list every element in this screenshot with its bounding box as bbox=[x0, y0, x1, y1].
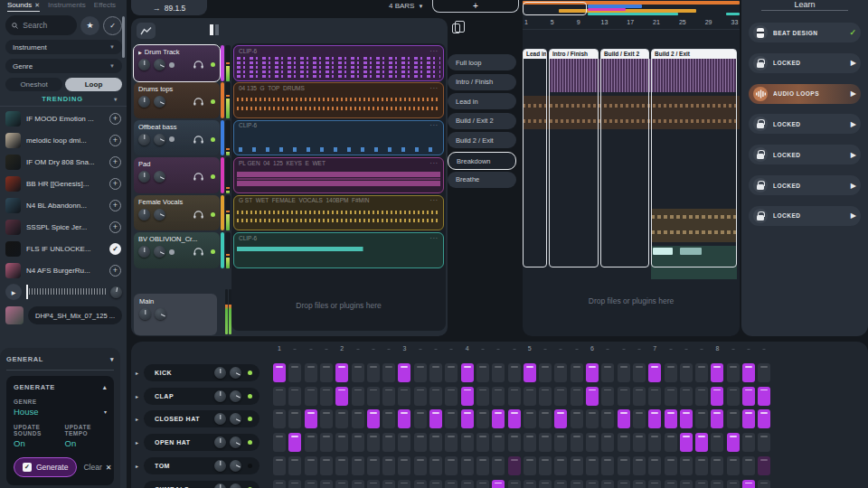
step-cell[interactable] bbox=[382, 480, 395, 488]
step-cell[interactable] bbox=[414, 456, 427, 475]
step-cell[interactable] bbox=[382, 456, 395, 475]
step-cell[interactable] bbox=[680, 363, 693, 382]
pan-knob[interactable] bbox=[230, 367, 241, 379]
pan-knob[interactable] bbox=[154, 134, 165, 145]
list-item[interactable]: N4 AFS BurgerRu...+ bbox=[4, 259, 123, 281]
step-cell[interactable] bbox=[461, 480, 474, 488]
list-item[interactable]: FLS IF UNLOCKE...✓ bbox=[4, 238, 123, 259]
step-cell[interactable] bbox=[273, 363, 286, 382]
view-toggle-icon[interactable] bbox=[210, 24, 219, 35]
step-cell[interactable] bbox=[367, 433, 380, 452]
step-cell[interactable] bbox=[414, 409, 427, 428]
step-cell[interactable] bbox=[429, 409, 442, 428]
generate-button[interactable]: ✓Generate bbox=[14, 457, 77, 477]
step-cell[interactable] bbox=[633, 409, 646, 428]
pan-knob[interactable] bbox=[230, 390, 241, 402]
step-cell[interactable] bbox=[320, 480, 333, 488]
clip[interactable]: 04 135_G_TOP_DRUMS··· bbox=[233, 82, 444, 118]
track-card[interactable]: Female Vocals bbox=[134, 195, 220, 231]
step-cell[interactable] bbox=[539, 433, 552, 452]
step-cell[interactable] bbox=[320, 363, 333, 382]
scrollbar[interactable] bbox=[122, 16, 125, 58]
expand-row-icon[interactable]: ▸ bbox=[136, 370, 138, 376]
track-card[interactable]: BV OBLIVION_Cr... bbox=[134, 232, 220, 268]
clip-menu-icon[interactable]: ··· bbox=[430, 235, 439, 241]
learn-item-locked[interactable]: LOCKED▶ bbox=[749, 53, 861, 73]
step-cell[interactable] bbox=[742, 387, 755, 406]
add-sound-button[interactable]: + bbox=[109, 135, 121, 146]
step-cell[interactable] bbox=[414, 480, 427, 488]
step-cell[interactable] bbox=[461, 433, 474, 452]
list-item[interactable]: BB HR [[Genesis]...+ bbox=[4, 173, 123, 194]
clear-button[interactable]: Clear✕ bbox=[83, 463, 111, 472]
add-sound-button[interactable]: + bbox=[109, 200, 121, 211]
step-cell[interactable] bbox=[398, 433, 410, 452]
volume-knob[interactable] bbox=[214, 390, 226, 402]
step-cell[interactable] bbox=[382, 387, 395, 406]
step-cell[interactable] bbox=[601, 363, 614, 382]
clip-menu-icon[interactable]: ··· bbox=[430, 48, 439, 54]
step-cell[interactable] bbox=[571, 387, 583, 406]
step-cell[interactable] bbox=[618, 433, 630, 452]
volume-knob[interactable] bbox=[138, 209, 150, 221]
step-cell[interactable] bbox=[288, 363, 301, 382]
list-item[interactable]: IF MOOD Emotion ...+ bbox=[4, 108, 123, 129]
play-icon[interactable]: ▶ bbox=[851, 182, 856, 190]
step-cell[interactable] bbox=[305, 387, 317, 406]
generate-section-header[interactable]: GENERATE▴ bbox=[14, 383, 107, 391]
step-cell[interactable] bbox=[445, 456, 458, 475]
expand-row-icon[interactable]: ▸ bbox=[136, 416, 138, 422]
step-cell[interactable] bbox=[758, 409, 770, 428]
headphones-button[interactable] bbox=[193, 211, 203, 219]
arrangement-section[interactable]: Lead in bbox=[523, 49, 547, 267]
step-cell[interactable] bbox=[492, 409, 505, 428]
step-cell[interactable] bbox=[727, 363, 740, 382]
sort-dropdown[interactable]: TRENDING▾ bbox=[5, 94, 119, 103]
step-cell[interactable] bbox=[352, 433, 364, 452]
step-cell[interactable] bbox=[382, 433, 395, 452]
pan-knob[interactable] bbox=[154, 246, 165, 258]
main-volume-knob[interactable] bbox=[139, 308, 151, 320]
step-cell[interactable] bbox=[273, 433, 286, 452]
step-cell[interactable] bbox=[742, 480, 755, 488]
update-sounds-toggle[interactable]: On bbox=[14, 438, 56, 448]
step-cell[interactable] bbox=[288, 480, 301, 488]
play-icon[interactable]: ▶ bbox=[851, 211, 856, 220]
step-cell[interactable] bbox=[508, 433, 521, 452]
arrangement-section-label[interactable]: Intro / Finish bbox=[550, 50, 598, 59]
step-cell[interactable] bbox=[352, 409, 364, 428]
step-cell[interactable] bbox=[618, 363, 630, 382]
step-cell[interactable] bbox=[711, 387, 723, 406]
track-card[interactable]: Drums tops bbox=[134, 82, 220, 118]
step-cell[interactable] bbox=[539, 409, 552, 428]
step-cell[interactable] bbox=[445, 480, 458, 488]
learn-item-locked[interactable]: LOCKED▶ bbox=[749, 145, 861, 164]
step-cell[interactable] bbox=[680, 480, 693, 488]
step-cell[interactable] bbox=[352, 480, 364, 488]
step-cell[interactable] bbox=[508, 387, 521, 406]
expand-row-icon[interactable]: ▸ bbox=[136, 439, 138, 446]
tab-sounds[interactable]: Sounds✕ bbox=[7, 0, 40, 12]
volume-knob[interactable] bbox=[214, 460, 226, 472]
section-preset-full-loop[interactable]: Full loop bbox=[448, 54, 516, 70]
step-cell[interactable] bbox=[476, 456, 489, 475]
add-sound-button[interactable]: + bbox=[109, 265, 121, 277]
step-cell[interactable] bbox=[758, 480, 770, 488]
step-cell[interactable] bbox=[305, 456, 317, 475]
duplicate-icon[interactable] bbox=[452, 23, 460, 33]
step-cell[interactable] bbox=[398, 363, 410, 382]
step-cell[interactable] bbox=[648, 363, 661, 382]
headphones-button[interactable] bbox=[193, 136, 203, 144]
learn-item-audio-loops[interactable]: AUDIO LOOPS▶ bbox=[749, 84, 861, 104]
step-cell[interactable] bbox=[727, 433, 740, 452]
step-cell[interactable] bbox=[335, 480, 348, 488]
pan-knob[interactable] bbox=[154, 209, 165, 221]
step-cell[interactable] bbox=[524, 387, 536, 406]
step-cell[interactable] bbox=[367, 387, 380, 406]
step-cell[interactable] bbox=[414, 433, 427, 452]
step-cell[interactable] bbox=[320, 456, 333, 475]
section-preset-lead-in[interactable]: Lead in bbox=[448, 93, 516, 109]
step-cell[interactable] bbox=[367, 409, 380, 428]
step-cell[interactable] bbox=[695, 409, 708, 428]
learn-item-locked[interactable]: LOCKED▶ bbox=[749, 175, 861, 195]
